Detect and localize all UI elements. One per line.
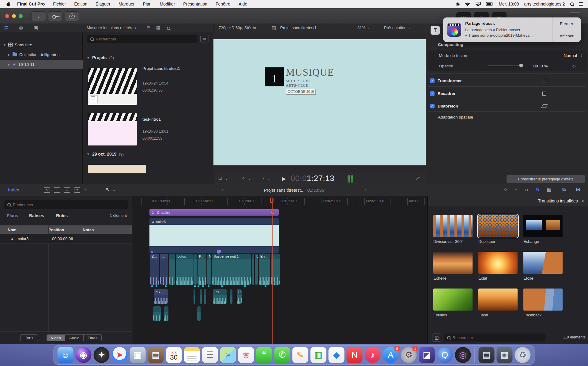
projects-section-header[interactable]: ▼ Projets (2) (87, 55, 114, 60)
title-overlay[interactable]: 1 MUSIQUE SCULPTURE ARTS-TECH OCTOBRE 20… (265, 67, 334, 95)
effects-wand-popup[interactable]: ✧ ⌄ (242, 176, 251, 181)
column-name[interactable]: Nom (0, 228, 48, 232)
transitions-search-input[interactable] (453, 335, 543, 340)
transition-item[interactable]: Division sur 360° (433, 215, 473, 244)
notification-center-icon[interactable]: ☰ (579, 1, 583, 7)
transitions-header[interactable]: Transitions installées ⇕ (428, 196, 588, 206)
keyframe-diamond-icon[interactable]: ◇ (572, 63, 576, 69)
slider-knob[interactable] (519, 64, 523, 67)
dock-news-icon[interactable]: N (347, 347, 363, 363)
distort-checkbox[interactable]: ✓ (430, 104, 435, 108)
timeline-project-switcher[interactable]: Projet sans titretest1 01:30:36 (202, 184, 386, 196)
audio-clip-k[interactable]: K... (198, 254, 206, 285)
dock-documents-stack-icon[interactable]: ▦ (497, 347, 513, 363)
share-notification[interactable]: Partage réussi. Le partage vers « Fichie… (443, 17, 581, 42)
transition-item[interactable]: Éclat (478, 252, 518, 281)
index-button[interactable]: Index (8, 187, 19, 192)
distort-effect-row[interactable]: ✓ Distorsion (426, 100, 588, 112)
audio-clip-lotus[interactable]: Lotus (176, 254, 194, 285)
project-name[interactable]: Projet sans titretest1 (142, 66, 194, 71)
audio-clip-suspensenuit1[interactable]: Suspense nuit 1 (212, 254, 251, 285)
audio-clip-[interactable]: ... (160, 254, 168, 285)
minimize-window-button[interactable] (12, 14, 16, 18)
next-project-arrow[interactable]: › (364, 187, 366, 192)
audio-clip[interactable] (252, 254, 254, 285)
menu-clock[interactable]: Mer. 13:08 (499, 2, 519, 6)
dock-maps-icon[interactable]: ➢ (220, 347, 236, 363)
menu-fichier[interactable]: Fichier (53, 2, 66, 6)
dock-final-cut-pro-icon[interactable]: ◪ (419, 347, 435, 363)
background-tasks-button[interactable]: ✓ (65, 12, 79, 21)
menu-fenêtre[interactable]: Fenêtre (216, 2, 230, 6)
audio-clip-z[interactable]: Z... (150, 254, 159, 285)
project-thumbnail[interactable] (88, 68, 137, 105)
import-media-button[interactable]: ↓ (32, 12, 46, 21)
transition-item[interactable]: Feuilles (433, 289, 473, 317)
filter-video-button[interactable]: Vidéo (47, 335, 65, 341)
disclosure-closed-icon[interactable]: ▶ (7, 63, 10, 66)
spotlight-icon[interactable] (570, 2, 574, 6)
event-section-header[interactable]: ▼ 29 oct. 2019 (9) (87, 152, 124, 157)
dock-downloads-stack-icon[interactable]: ▤ (479, 347, 495, 363)
dock-siri-icon[interactable]: ◉ (76, 347, 92, 363)
menu-marquer[interactable]: Marquer (119, 2, 134, 6)
dock-photos-icon[interactable]: ❀ (238, 347, 254, 363)
dock-finder-icon[interactable]: ☺ (58, 347, 74, 363)
audio-clip-l[interactable]: l (169, 254, 175, 285)
dock-compressor-icon[interactable]: ◎ (455, 347, 471, 363)
apple-logo-icon[interactable] (6, 2, 10, 6)
crop-tools-popup[interactable]: ⊡ ⌄ (218, 176, 228, 181)
audio-clip-p[interactable]: P (237, 289, 242, 304)
dock-app-store-icon[interactable]: A8 (383, 347, 399, 363)
audio-clip[interactable] (194, 289, 195, 304)
viewer-zoom-popup[interactable]: 81%⌄ (357, 25, 370, 30)
column-position[interactable]: Position (48, 228, 83, 232)
overwrite-edit-icon[interactable]: ▼ (74, 187, 80, 193)
audio-clip[interactable] (230, 289, 232, 304)
dock-safari-icon[interactable]: ➤ (112, 347, 128, 363)
blend-mode-row[interactable]: Mode de fusion Normal ⇕ (428, 51, 587, 61)
menu-édition[interactable]: Édition (74, 2, 87, 6)
browser-search-input[interactable] (96, 37, 194, 41)
disclosure-open-icon[interactable]: ▼ (3, 43, 6, 47)
clip-appearance-button[interactable]: ▭ (200, 35, 209, 43)
audio-clip[interactable] (197, 306, 201, 321)
dock-pages-icon[interactable]: ✎ (292, 347, 308, 363)
blend-mode-value[interactable]: Normal ⇕ (564, 53, 583, 58)
menu-plan[interactable]: Plan (143, 2, 151, 6)
index-search-field[interactable] (4, 200, 128, 209)
sidebar-item-event-selected[interactable]: ▶ ★ 19-10-11 (0, 60, 83, 69)
transitions-search-field[interactable] (444, 334, 545, 341)
audio-meter-right[interactable] (351, 175, 353, 183)
menu-aide[interactable]: Aide (239, 2, 247, 6)
dock-messages-icon[interactable]: ❝ (256, 347, 272, 363)
save-effects-preset-button[interactable]: Enregistrer le préréglage d'effets (507, 175, 585, 183)
sidebar-item-library[interactable]: ▼ Sans titre (0, 40, 83, 49)
trim-tool-icon[interactable]: ⊹ (504, 187, 508, 192)
dock-launchpad-icon[interactable]: ✦ (94, 347, 110, 363)
timeline-history-icon[interactable]: ⧉ (562, 187, 566, 192)
play-button[interactable]: ▶ (282, 176, 286, 182)
audio-clip[interactable] (164, 306, 168, 321)
battery-icon[interactable] (486, 2, 493, 6)
tab-clips[interactable]: Plans (7, 213, 18, 218)
event-clip-thumbnail[interactable] (88, 165, 146, 173)
menu-final-cut-pro[interactable]: Final Cut Pro (17, 2, 45, 6)
dock-notes-icon[interactable] (184, 347, 200, 363)
transform-checkbox[interactable]: ✓ (430, 78, 435, 83)
notification-close-button[interactable]: Fermer (552, 17, 581, 30)
airplay-icon[interactable] (476, 2, 481, 6)
dock-music-icon[interactable]: ♪ (365, 347, 381, 363)
purple-todo-marker[interactable] (151, 251, 153, 253)
audio-clip-pul[interactable]: Pul... (213, 289, 227, 304)
viewer-display-popup[interactable]: Présentation⌄ (384, 25, 411, 30)
index-table-row[interactable]: ▲ color3 00:00:00:06 (0, 234, 132, 244)
project-name[interactable]: test-intro1 (142, 117, 194, 122)
browser-search-field[interactable] (87, 35, 198, 43)
filter-all-button[interactable]: Tous (20, 334, 38, 341)
tab-roles[interactable]: Rôles (56, 213, 68, 218)
menu-account[interactable]: arts technologiques 2 (524, 2, 565, 6)
transition-item[interactable]: Flashback (523, 289, 563, 317)
transition-item[interactable]: Échange (523, 215, 563, 244)
opacity-row[interactable]: Opacité 100,0 % ◇ (428, 61, 587, 71)
